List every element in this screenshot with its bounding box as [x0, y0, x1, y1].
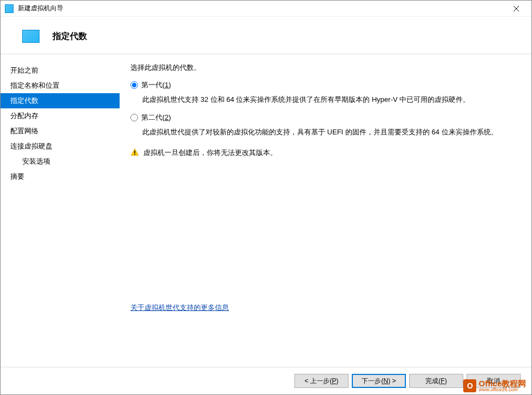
- gen1-label: 第一代(1): [141, 80, 171, 90]
- finish-button[interactable]: 完成(F): [409, 374, 463, 388]
- sidebar-item-4[interactable]: 配置网络: [1, 124, 120, 139]
- sidebar-item-3[interactable]: 分配内存: [1, 108, 120, 124]
- close-button[interactable]: [505, 1, 527, 16]
- sidebar-item-6[interactable]: 安装选项: [1, 154, 120, 169]
- gen1-description: 此虚拟机世代支持 32 位和 64 位来宾操作系统并提供了在所有早期版本的 Hy…: [142, 94, 518, 105]
- gen2-radio-row[interactable]: 第二代(2): [130, 113, 518, 122]
- close-icon: [514, 6, 519, 11]
- sidebar-item-1[interactable]: 指定名称和位置: [1, 78, 120, 93]
- titlebar: 新建虚拟机向导: [1, 1, 531, 17]
- next-button[interactable]: 下一步(N) >: [352, 374, 406, 388]
- sidebar-item-7[interactable]: 摘要: [1, 169, 120, 184]
- svg-rect-0: [134, 151, 135, 153]
- wizard-body: 开始之前指定名称和位置指定代数分配内存配置网络连接虚拟硬盘安装选项摘要 选择此虚…: [1, 54, 531, 367]
- sidebar-item-0[interactable]: 开始之前: [1, 63, 120, 78]
- previous-button[interactable]: < 上一步(P): [294, 374, 349, 388]
- wizard-content: 选择此虚拟机的代数。 第一代(1) 此虚拟机世代支持 32 位和 64 位来宾操…: [120, 54, 531, 367]
- link-area: 关于虚拟机世代支持的更多信息: [130, 303, 518, 313]
- sidebar-item-5[interactable]: 连接虚拟硬盘: [1, 139, 120, 154]
- wizard-window: 新建虚拟机向导 指定代数 开始之前指定名称和位置指定代数分配内存配置网络连接虚拟…: [0, 0, 532, 395]
- page-title: 指定代数: [52, 31, 87, 42]
- more-info-link[interactable]: 关于虚拟机世代支持的更多信息: [130, 303, 229, 312]
- cancel-button[interactable]: 取消: [467, 374, 521, 388]
- gen1-radio[interactable]: [130, 81, 138, 89]
- wizard-icon: [22, 30, 40, 43]
- gen2-label: 第二代(2): [141, 113, 171, 122]
- wizard-sidebar: 开始之前指定名称和位置指定代数分配内存配置网络连接虚拟硬盘安装选项摘要: [1, 54, 120, 367]
- gen2-radio[interactable]: [130, 114, 138, 121]
- gen1-radio-row[interactable]: 第一代(1): [130, 80, 518, 90]
- svg-rect-1: [134, 154, 135, 155]
- warning-row: 虚拟机一旦创建后，你将无法更改其版本。: [130, 148, 518, 158]
- wizard-footer: < 上一步(P) 下一步(N) > 完成(F) 取消 O Office教程网 w…: [1, 367, 531, 394]
- sidebar-item-2[interactable]: 指定代数: [1, 93, 120, 108]
- watermark-url: www.office26.com: [478, 387, 526, 392]
- header-band: 指定代数: [1, 17, 531, 54]
- warning-text: 虚拟机一旦创建后，你将无法更改其版本。: [143, 148, 277, 158]
- app-icon: [5, 4, 14, 13]
- window-title: 新建虚拟机向导: [18, 4, 505, 13]
- prompt-text: 选择此虚拟机的代数。: [130, 63, 518, 73]
- warning-icon: [130, 148, 139, 157]
- gen2-description: 此虚拟机世代提供了对较新的虚拟化功能的支持，具有基于 UEFI 的固件，并且需要…: [142, 127, 518, 138]
